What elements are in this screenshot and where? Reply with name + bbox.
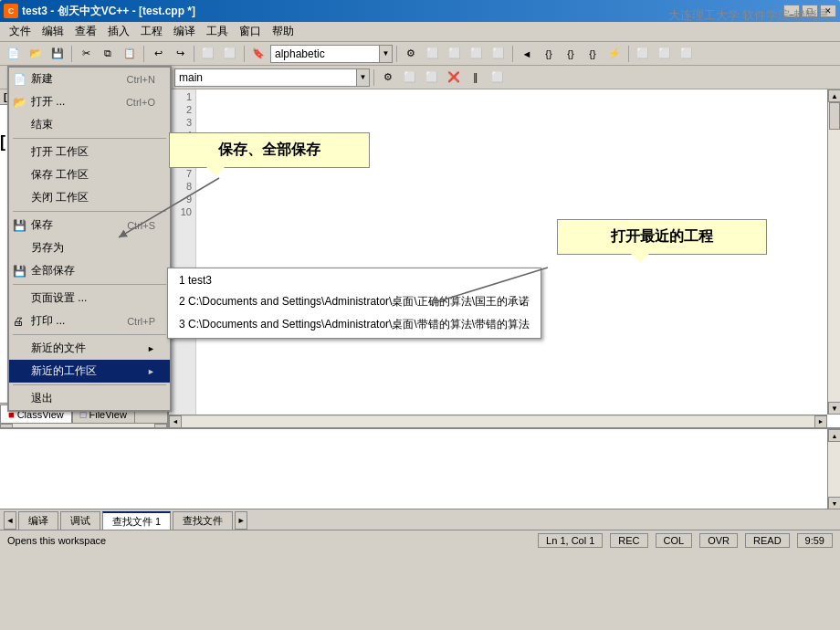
line-1: 1 (169, 91, 195, 104)
bottom-tab-prev[interactable]: ◄ (4, 511, 16, 530)
tab-find1[interactable]: 查找文件 1 (102, 511, 171, 530)
menu-item-open-workspace[interactable]: 打开 工作区 (9, 141, 170, 163)
bottom-vscroll-down[interactable]: ▼ (828, 497, 840, 509)
toolbar-sep-5 (396, 46, 397, 62)
vscroll-up[interactable]: ▲ (828, 89, 840, 102)
toolbar-bookbug[interactable]: 🔖 (248, 45, 268, 63)
menu-compile[interactable]: 编译 (168, 22, 201, 41)
workspace-2[interactable]: 2 C:\Documents and Settings\Administrato… (168, 290, 541, 313)
toolbar-icon3[interactable]: ⚙ (401, 45, 421, 63)
menu-item-save[interactable]: 💾 保存 Ctrl+S (9, 214, 170, 236)
menu-item-pagesetup[interactable]: 页面设置 ... (9, 287, 170, 310)
workspace-1[interactable]: 1 test3 (168, 270, 541, 290)
toolbar-open[interactable]: 📂 (26, 45, 46, 63)
menu-file[interactable]: 文件 (4, 22, 37, 41)
toolbar-cut[interactable]: ✂ (76, 45, 96, 63)
menu-item-recent-workspaces[interactable]: 新近的工作区 ► (9, 360, 170, 383)
toolbar-icon9[interactable]: {} (539, 45, 559, 63)
toolbar-icon11[interactable]: {} (583, 45, 603, 63)
toolbar-icon1[interactable]: ⬜ (198, 45, 218, 63)
bottom-vscroll[interactable]: ▲ ▼ (827, 429, 840, 509)
main-dropdown[interactable]: main (174, 68, 357, 87)
vscroll-thumb[interactable] (829, 102, 840, 130)
new-shortcut: Ctrl+N (127, 74, 155, 85)
menu-view[interactable]: 查看 (69, 22, 102, 41)
alphabetic-dropdown-arrow[interactable]: ▼ (380, 45, 393, 63)
toolbar-icon14[interactable]: ⬜ (655, 45, 675, 63)
toolbar-copy[interactable]: ⧉ (98, 45, 118, 63)
toolbar-icon12[interactable]: ⚡ (604, 45, 625, 63)
recent-workspaces-arrow: ► (147, 367, 155, 376)
tab-compile[interactable]: 编译 (18, 511, 58, 530)
title-bar-left: C test3 - 创天中文VC++ - [test.cpp *] (4, 4, 195, 19)
menu-item-close[interactable]: 结束 (9, 113, 170, 136)
line-2: 2 (169, 104, 195, 117)
hscroll-right[interactable]: ► (814, 415, 827, 428)
menu-project[interactable]: 工程 (135, 22, 168, 41)
toolbar-sep-3 (194, 46, 194, 62)
toolbar2-icon6[interactable]: ⬜ (488, 68, 508, 87)
menu-tools[interactable]: 工具 (201, 22, 234, 41)
toolbar-icon7[interactable]: ⬜ (488, 45, 509, 63)
open-shortcut: Ctrl+O (126, 97, 155, 108)
menu-item-open[interactable]: 📂 打开 ... Ctrl+O (9, 90, 170, 113)
callout-recent: 打开最近的工程 (557, 219, 767, 255)
separator-3 (13, 284, 166, 285)
save-shortcut: Ctrl+S (127, 220, 155, 231)
menu-item-exit[interactable]: 退出 (9, 387, 170, 410)
workspace-3[interactable]: 3 C:\Documents and Settings\Administrato… (168, 313, 541, 336)
menu-item-save-workspace[interactable]: 保存 工作区 (9, 163, 170, 186)
toolbar-save[interactable]: 💾 (47, 45, 68, 63)
toolbar-icon5[interactable]: ⬜ (445, 45, 465, 63)
toolbar-row-1: 📄 📂 💾 ✂ ⧉ 📋 ↩ ↪ ⬜ ⬜ 🔖 alphabetic ▼ ⚙ ⬜ ⬜… (0, 42, 840, 66)
hscroll-left[interactable]: ◄ (169, 415, 182, 428)
menu-item-print[interactable]: 🖨 打印 ... Ctrl+P (9, 310, 170, 332)
menu-item-recent-files[interactable]: 新近的文件 ► (9, 337, 170, 360)
menu-item-saveas[interactable]: 另存为 (9, 236, 170, 259)
status-col: COL (656, 533, 693, 548)
bottom-vscroll-up[interactable]: ▲ (828, 429, 840, 442)
toolbar2-icon4[interactable]: ❌ (444, 68, 464, 87)
menu-item-new[interactable]: 📄 新建 Ctrl+N (9, 68, 170, 90)
tab-debug[interactable]: 调试 (60, 511, 100, 530)
bottom-vscroll-track (828, 442, 840, 497)
toolbar-icon6[interactable]: ⬜ (467, 45, 487, 63)
print-shortcut: Ctrl+P (127, 316, 155, 327)
toolbar-icon8[interactable]: ◄ (517, 45, 537, 63)
main-dropdown-arrow[interactable]: ▼ (357, 68, 370, 87)
vscroll-track (828, 102, 840, 402)
saveall-icon: 💾 (13, 265, 26, 278)
separator-2 (13, 211, 166, 212)
toolbar-icon13[interactable]: ⬜ (633, 45, 653, 63)
menu-window[interactable]: 窗口 (234, 22, 267, 41)
toolbar2-icon5[interactable]: ‖ (466, 68, 486, 87)
toolbar-redo[interactable]: ↪ (170, 45, 190, 63)
toolbar2-icon1[interactable]: ⚙ (378, 68, 398, 87)
toolbar-icon15[interactable]: ⬜ (677, 45, 697, 63)
menu-item-close-workspace[interactable]: 关闭 工作区 (9, 186, 170, 209)
toolbar-undo[interactable]: ↩ (148, 45, 168, 63)
toolbar-icon2[interactable]: ⬜ (220, 45, 240, 63)
line-7: 7 (169, 168, 195, 181)
editor-hscroll[interactable]: ◄ ► (169, 415, 827, 427)
tab-find2[interactable]: 查找文件 (173, 511, 233, 530)
menu-item-saveall[interactable]: 💾 全部保存 (9, 259, 170, 282)
editor-vscroll[interactable]: ▲ ▼ (827, 89, 840, 415)
toolbar-new[interactable]: 📄 (4, 45, 24, 63)
vscroll-down[interactable]: ▼ (828, 402, 840, 415)
toolbar-paste[interactable]: 📋 (120, 45, 140, 63)
file-dropdown-menu: 📄 新建 Ctrl+N 📂 打开 ... Ctrl+O 结束 打开 工作区 保存… (7, 66, 172, 412)
toolbar-sep-6 (512, 46, 513, 62)
toolbar2-icon3[interactable]: ⬜ (422, 68, 442, 87)
menu-insert[interactable]: 插入 (102, 22, 135, 41)
hscroll-track (182, 416, 814, 427)
separator-1 (13, 138, 166, 139)
menu-help[interactable]: 帮助 (267, 22, 299, 41)
alphabetic-dropdown[interactable]: alphabetic (270, 45, 380, 63)
toolbar-icon10[interactable]: {} (561, 45, 581, 63)
bottom-tab-next[interactable]: ► (235, 511, 247, 530)
status-rec: REC (610, 533, 647, 548)
toolbar2-icon2[interactable]: ⬜ (400, 68, 420, 87)
toolbar-icon4[interactable]: ⬜ (423, 45, 443, 63)
menu-edit[interactable]: 编辑 (37, 22, 69, 41)
